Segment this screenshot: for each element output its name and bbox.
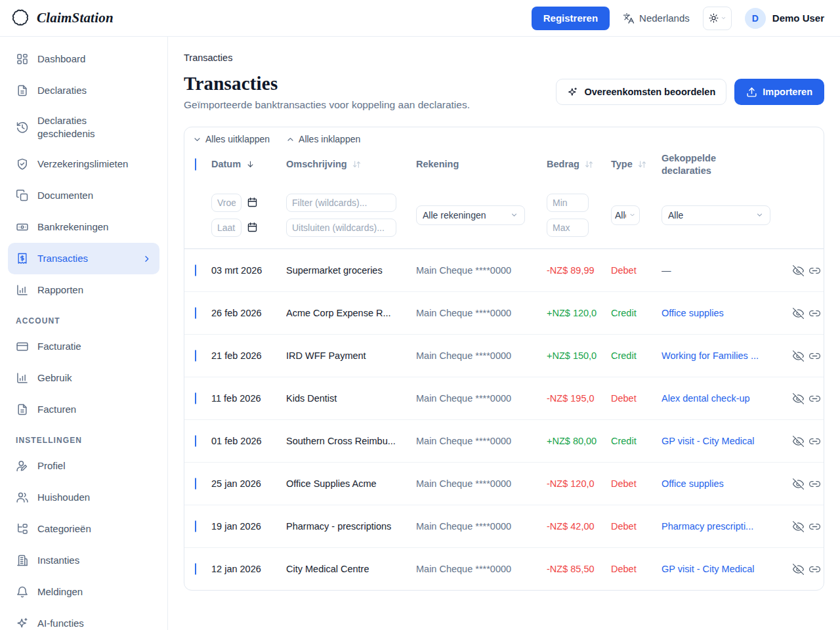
link-transaction-button[interactable] bbox=[808, 563, 821, 576]
sidebar-item-rapporten[interactable]: Rapporten bbox=[8, 274, 159, 306]
review-matches-button[interactable]: Overeenkomsten beoordelen bbox=[556, 79, 726, 105]
hide-transaction-button[interactable] bbox=[792, 264, 805, 277]
link-transaction-button[interactable] bbox=[808, 264, 821, 277]
sun-icon bbox=[708, 12, 719, 24]
column-header-rekening[interactable]: Rekening bbox=[416, 158, 547, 171]
sidebar-item-profiel[interactable]: Profiel bbox=[8, 450, 159, 482]
column-header-datum[interactable]: Datum bbox=[211, 158, 286, 171]
theme-toggle-button[interactable] bbox=[703, 7, 732, 30]
hide-transaction-button[interactable] bbox=[792, 307, 805, 320]
sidebar-item-label: Declaraties geschiedenis bbox=[37, 114, 136, 140]
cell-amount: -NZ$ 195,0 bbox=[547, 393, 611, 404]
link-transaction-button[interactable] bbox=[808, 478, 821, 490]
sidebar-item-declaraties[interactable]: Declaraties bbox=[8, 75, 159, 106]
column-header-gekoppelde-declaraties[interactable]: Gekoppelde declaraties bbox=[662, 152, 792, 177]
breadcrumb[interactable]: Transacties bbox=[184, 52, 824, 63]
date-to-input[interactable] bbox=[211, 219, 242, 237]
column-header-omschrijving[interactable]: Omschrijving bbox=[286, 158, 416, 171]
sidebar-item-declaraties-geschiedenis[interactable]: Declaraties geschiedenis bbox=[8, 106, 159, 148]
expand-all-button[interactable]: Alles uitklappen bbox=[190, 133, 272, 146]
cell-linked-declaration[interactable]: Working for Families ... bbox=[662, 350, 792, 361]
amount-min-input[interactable] bbox=[547, 194, 589, 212]
hide-transaction-button[interactable] bbox=[792, 563, 805, 576]
page-subtitle: Geïmporteerde banktransacties voor koppe… bbox=[184, 99, 470, 111]
hide-transaction-button[interactable] bbox=[792, 520, 805, 533]
cell-type: Debet bbox=[611, 564, 662, 574]
cell-linked-declaration[interactable]: Office supplies bbox=[662, 478, 792, 489]
hide-transaction-button[interactable] bbox=[792, 478, 805, 490]
hide-transaction-button[interactable] bbox=[792, 392, 805, 405]
calendar-icon[interactable] bbox=[247, 197, 258, 208]
row-checkbox[interactable] bbox=[195, 392, 196, 404]
cell-amount: -NZ$ 89,99 bbox=[547, 265, 611, 276]
cell-linked-declaration[interactable]: Alex dental check-up bbox=[662, 393, 792, 404]
account-filter-select[interactable]: Alle rekeningen bbox=[416, 205, 525, 225]
select-all-checkbox[interactable] bbox=[195, 158, 196, 171]
row-checkbox[interactable] bbox=[195, 264, 196, 276]
sidebar-item-verzekeringslimieten[interactable]: Verzekeringslimieten bbox=[8, 148, 159, 180]
row-checkbox[interactable] bbox=[195, 307, 196, 319]
sidebar-item-transacties[interactable]: Transacties bbox=[8, 243, 159, 274]
sidebar-item-label: Meldingen bbox=[37, 585, 83, 598]
cell-type: Debet bbox=[611, 521, 662, 532]
collapse-all-button[interactable]: Alles inklappen bbox=[283, 133, 363, 146]
cell-account: Main Cheque ****0000 bbox=[416, 521, 547, 532]
cell-account: Main Cheque ****0000 bbox=[416, 478, 547, 489]
link-transaction-button[interactable] bbox=[808, 307, 821, 320]
description-include-input[interactable] bbox=[286, 194, 396, 212]
cell-linked-declaration[interactable]: Office supplies bbox=[662, 308, 792, 318]
row-checkbox[interactable] bbox=[195, 563, 196, 575]
row-checkbox[interactable] bbox=[195, 478, 196, 490]
hide-transaction-button[interactable] bbox=[792, 435, 805, 448]
sidebar-item-meldingen[interactable]: Meldingen bbox=[8, 576, 159, 608]
dashboard-icon bbox=[16, 52, 29, 66]
sidebar-item-label: Facturen bbox=[37, 403, 76, 416]
sidebar-item-dashboard[interactable]: Dashboard bbox=[8, 43, 159, 75]
column-header-type[interactable]: Type bbox=[611, 158, 662, 171]
sidebar-section-instellingen: INSTELLINGEN bbox=[8, 425, 159, 450]
sidebar-item-gebruik[interactable]: Gebruik bbox=[8, 362, 159, 394]
link-transaction-button[interactable] bbox=[808, 435, 821, 448]
cell-linked-declaration[interactable]: GP visit - City Medical bbox=[662, 564, 792, 574]
user-menu[interactable]: D Demo User bbox=[745, 8, 824, 29]
date-from-input[interactable] bbox=[211, 194, 242, 212]
row-checkbox[interactable] bbox=[195, 350, 196, 362]
cell-account: Main Cheque ****0000 bbox=[416, 308, 547, 318]
sidebar-item-categorieen[interactable]: Categorieën bbox=[8, 513, 159, 545]
table-body: 03 mrt 2026 Supermarket groceries Main C… bbox=[184, 249, 824, 590]
sidebar-item-facturatie[interactable]: Facturatie bbox=[8, 331, 159, 362]
sort-desc-icon bbox=[245, 159, 255, 169]
amount-max-input[interactable] bbox=[547, 219, 589, 237]
sidebar-item-ai-functies[interactable]: AI-functies bbox=[8, 608, 159, 630]
cell-actions bbox=[792, 392, 824, 405]
register-button[interactable]: Registreren bbox=[532, 7, 610, 30]
row-checkbox[interactable] bbox=[195, 435, 196, 447]
cell-linked-declaration[interactable]: GP visit - City Medical bbox=[662, 436, 792, 446]
language-switcher[interactable]: Nederlands bbox=[623, 12, 690, 24]
import-button[interactable]: Importeren bbox=[734, 79, 824, 105]
cell-description: IRD WFF Payment bbox=[286, 350, 416, 361]
row-checkbox[interactable] bbox=[195, 520, 196, 532]
description-exclude-input[interactable] bbox=[286, 219, 396, 237]
column-header-bedrag[interactable]: Bedrag bbox=[547, 158, 611, 171]
hide-transaction-button[interactable] bbox=[792, 350, 805, 362]
sidebar-item-instanties[interactable]: Instanties bbox=[8, 545, 159, 576]
calendar-icon[interactable] bbox=[247, 222, 258, 233]
cell-type: Debet bbox=[611, 265, 662, 276]
linked-filter-select[interactable]: Alle bbox=[662, 205, 770, 225]
link-transaction-button[interactable] bbox=[808, 350, 821, 362]
receipt-dollar-icon bbox=[16, 252, 29, 265]
app-logo[interactable]: ClaimStation bbox=[10, 9, 114, 28]
sidebar-item-label: Verzekeringslimieten bbox=[37, 158, 128, 171]
table-row: 25 jan 2026 Office Supplies Acme Main Ch… bbox=[184, 462, 824, 505]
cell-linked-declaration[interactable]: — bbox=[662, 265, 792, 276]
sidebar-item-facturen[interactable]: Facturen bbox=[8, 394, 159, 425]
sidebar-item-bankrekeningen[interactable]: Bankrekeningen bbox=[8, 211, 159, 243]
link-transaction-button[interactable] bbox=[808, 392, 821, 405]
cell-linked-declaration[interactable]: Pharmacy prescripti... bbox=[662, 521, 792, 532]
sidebar-item-huishouden[interactable]: Huishouden bbox=[8, 482, 159, 513]
link-transaction-button[interactable] bbox=[808, 520, 821, 533]
table-row: 19 jan 2026 Pharmacy - prescriptions Mai… bbox=[184, 505, 824, 547]
type-filter-select[interactable]: Alle bbox=[611, 205, 640, 225]
sidebar-item-documenten[interactable]: Documenten bbox=[8, 180, 159, 211]
